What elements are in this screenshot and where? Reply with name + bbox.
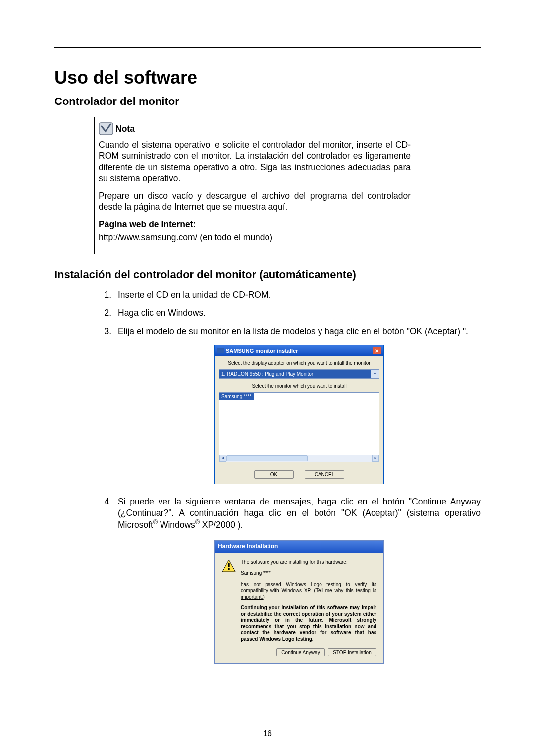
page-title: Uso del software: [54, 67, 481, 88]
hw-body: The software you are installing for this…: [215, 553, 383, 649]
web-url: http://www.samsung.com/ (en todo el mund…: [99, 232, 411, 243]
top-rule: [54, 47, 481, 48]
registered-symbol: ®: [195, 519, 200, 526]
section-heading-auto-install: Instalación del controlador del monitor …: [54, 268, 481, 281]
stop-installation-button[interactable]: STOP Installation: [328, 648, 376, 656]
warning-icon: [222, 559, 236, 648]
hw-titlebar: Hardware Installation: [215, 541, 383, 553]
monitor-caption: Select the monitor which you want to ins…: [219, 383, 379, 389]
stop-label-rest: TOP Installation: [336, 650, 372, 655]
horizontal-scrollbar[interactable]: ◄ ►: [219, 455, 379, 462]
note-icon: [99, 122, 113, 135]
step-item: Haga clic en Windows.: [114, 307, 481, 319]
hw-line2: has not passed Windows Logo testing to v…: [241, 582, 376, 601]
installer-titlebar: SAMSUNG monitor installer ✕: [215, 345, 383, 356]
adapter-selected: 1. RADEON 9550 : Plug and Play Monitor: [219, 369, 371, 379]
section-heading-monitor-driver: Controlador del monitor: [54, 95, 481, 108]
button-row: OK CANCEL: [219, 470, 379, 479]
monitor-listbox[interactable]: Samsung **** ◄ ►: [219, 392, 379, 462]
svg-rect-3: [228, 568, 229, 570]
note-box: Nota Cuando el sistema operativo le soli…: [94, 117, 415, 254]
scroll-right-icon[interactable]: ►: [372, 455, 379, 462]
adapter-caption: Select the display adapter on which you …: [219, 360, 379, 366]
step-item: Elija el modelo de su monitor en la list…: [114, 326, 481, 485]
hw-button-row: Continue Anyway STOP Installation: [215, 648, 383, 663]
step-item: Inserte el CD en la unidad de CD-ROM.: [114, 289, 481, 301]
page-number: 16: [0, 729, 535, 738]
close-icon[interactable]: ✕: [373, 347, 381, 354]
note-paragraph-2: Prepare un disco vacío y descargue el ar…: [99, 190, 411, 213]
hw-line1: The software you are installing for this…: [241, 559, 376, 566]
continue-label-rest: ontinue Anyway: [285, 650, 320, 655]
instruction-list: Inserte el CD en la unidad de CD-ROM. Ha…: [54, 289, 481, 664]
hw-device: Samsung ****: [241, 570, 376, 577]
ok-button[interactable]: OK: [254, 470, 294, 479]
svg-rect-2: [228, 563, 229, 567]
installer-dialog: SAMSUNG monitor installer ✕ Select the d…: [214, 345, 384, 484]
note-label: Nota: [115, 123, 135, 135]
cancel-button[interactable]: CANCEL: [305, 470, 344, 479]
scrollbar-thumb[interactable]: [226, 455, 308, 461]
document-page: Uso del software Controlador del monitor…: [0, 0, 535, 756]
hw-text: The software you are installing for this…: [241, 559, 376, 648]
scrollbar-track[interactable]: [226, 455, 372, 462]
app-icon: [217, 348, 224, 353]
continue-anyway-button[interactable]: Continue Anyway: [276, 648, 325, 656]
note-paragraph-1: Cuando el sistema operativo le solicite …: [99, 139, 411, 184]
step-item: Si puede ver la siguiente ventana de men…: [114, 496, 481, 664]
registered-symbol: ®: [153, 519, 158, 526]
adapter-dropdown[interactable]: 1. RADEON 9550 : Plug and Play Monitor ▼: [219, 369, 379, 379]
installer-body: Select the display adapter on which you …: [215, 356, 383, 484]
monitor-selected-item[interactable]: Samsung ****: [219, 393, 254, 400]
chevron-down-icon[interactable]: ▼: [371, 369, 379, 379]
web-label: Página web de Internet:: [99, 219, 411, 230]
hw-warning: Continuing your installation of this sof…: [241, 605, 376, 642]
hardware-installation-dialog: Hardware Installation The software you a…: [214, 540, 384, 664]
bottom-rule: [54, 726, 481, 726]
scroll-left-icon[interactable]: ◄: [219, 455, 226, 462]
installer-title-text: SAMSUNG monitor installer: [226, 347, 298, 354]
